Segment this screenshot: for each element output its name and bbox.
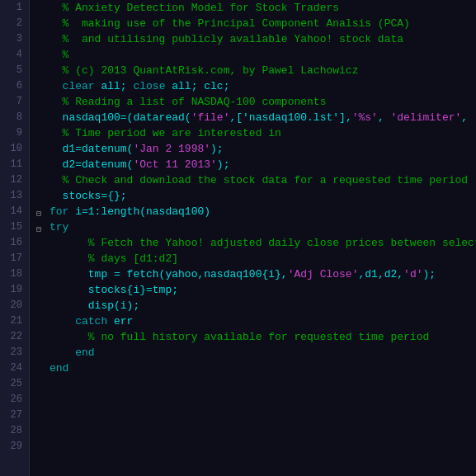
token-normal: stocks={}; [49,188,127,204]
line-numbers: 1234567891011121314151617181920212223242… [0,0,30,476]
token-normal: all; clc; [165,78,229,94]
token-normal: , [461,110,474,125]
token-string: 'Adj Close' [288,266,359,282]
line-number: 14 [7,204,22,219]
token-comment: % Check and download the stock data for … [49,172,468,188]
line-number: 15 [7,219,22,235]
token-normal: ); [217,157,230,172]
token-keyword: end [49,361,68,376]
line-number: 2 [7,16,22,31]
line-number: 11 [7,157,22,172]
token-normal [49,78,63,94]
token-comment: % Anxiety Detection Model for Stock Trad… [49,0,339,16]
code-line: stocks={}; [36,188,469,204]
code-line: % Anxiety Detection Model for Stock Trad… [36,0,469,16]
token-string: 'd' [403,266,422,282]
line-number: 24 [7,361,22,376]
token-string: 'Jan 2 1998' [133,141,210,157]
code-line: % (c) 2013 QuantAtRisk.com, by Pawel Lac… [36,63,469,78]
line-number: 16 [7,235,22,251]
token-comment: % [49,47,68,63]
line-number: 20 [7,298,22,313]
code-editor: 1234567891011121314151617181920212223242… [0,0,476,476]
code-line: stocks{i}=tmp; [36,282,469,298]
line-number: 10 [7,141,22,157]
line-number: 25 [7,376,22,392]
token-normal: ,['nasdaq100.lst'], [229,110,351,125]
line-number: 28 [7,423,22,439]
code-line: % Reading a list of NASDAQ-100 component… [36,94,469,110]
line-number: 3 [7,31,22,47]
code-line: ⊟try [36,219,469,235]
code-area[interactable]: % Anxiety Detection Model for Stock Trad… [30,0,476,476]
code-line: tmp = fetch(yahoo,nasdaq100{i},'Adj Clos… [36,266,469,282]
token-normal: err [107,313,133,329]
token-keyword: close [133,78,165,94]
token-comment: % Time period we are interested in [49,125,281,141]
token-keyword: clear [63,78,95,94]
line-number: 29 [7,439,22,455]
code-line: catch err [36,313,469,329]
line-number: 4 [7,47,22,63]
token-comment: % making use of the Principal Component … [49,16,410,31]
token-normal: nasdaq100=(dataread( [49,110,191,125]
token-normal: ); [423,266,436,282]
token-normal: i=1:length(nasdaq100) [68,204,210,219]
token-comment: % no full history available for requeste… [49,329,429,345]
code-line: % Time period we are interested in [36,125,469,141]
line-number: 19 [7,282,22,298]
token-normal: stocks{i}=tmp; [49,282,178,298]
code-line: end [36,361,469,376]
line-number: 12 [7,172,22,188]
token-normal: all; [95,78,134,94]
token-normal: ,d1,d2, [358,266,403,282]
line-number: 23 [7,345,22,361]
code-line: % no full history available for requeste… [36,329,469,345]
token-string: 'Oct 11 2013' [133,157,216,172]
token-comment: % Reading a list of NASDAQ-100 component… [49,94,326,110]
code-line: nasdaq100=(dataread('file',['nasdaq100.l… [36,110,469,125]
token-comment: % Fetch the Yahoo! adjusted daily close … [49,235,476,251]
fold-icon[interactable]: ⊟ [36,206,48,218]
line-number: 8 [7,110,22,125]
code-line: clear all; close all; clc; [36,78,469,94]
token-string: '%s' [352,110,378,125]
line-number: 9 [7,125,22,141]
token-normal: ); [210,141,224,157]
code-line: d1=datenum('Jan 2 1998'); [36,141,469,157]
code-line: % days [d1:d2] [36,251,469,266]
line-number: 18 [7,266,22,282]
code-line: % and utilising publicly available Yahoo… [36,31,469,47]
line-number: 26 [7,392,22,408]
code-line: end [36,345,469,361]
line-number: 1 [7,0,22,16]
code-line: % Check and download the stock data for … [36,172,469,188]
line-number: 17 [7,251,22,266]
code-line: % [36,47,469,63]
code-line: % Fetch the Yahoo! adjusted daily close … [36,235,469,251]
token-comment: % days [d1:d2] [49,251,178,266]
token-comment: % and utilising publicly available Yahoo… [49,31,403,47]
fold-icon[interactable]: ⊟ [36,222,48,233]
line-number: 6 [7,78,22,94]
token-normal: , [378,110,391,125]
line-number: 7 [7,94,22,110]
code-line: ⊟for i=1:length(nasdaq100) [36,204,469,219]
token-keyword: try [49,219,68,235]
line-number: 22 [7,329,22,345]
line-number: 27 [7,408,22,423]
token-string: 'delimiter' [391,110,462,125]
token-normal: d2=datenum( [49,157,133,172]
line-number: 21 [7,313,22,329]
code-line: disp(i); [36,298,469,313]
token-normal: disp(i); [49,298,139,313]
line-number: 5 [7,63,22,78]
token-keyword: end [49,345,95,361]
code-line: d2=datenum('Oct 11 2013'); [36,157,469,172]
token-normal: tmp = fetch(yahoo,nasdaq100{i}, [49,266,288,282]
token-keyword: for [49,204,68,219]
line-number: 13 [7,188,22,204]
token-string: 'file' [191,110,230,125]
token-normal: d1=datenum( [49,141,133,157]
token-keyword: catch [49,313,107,329]
